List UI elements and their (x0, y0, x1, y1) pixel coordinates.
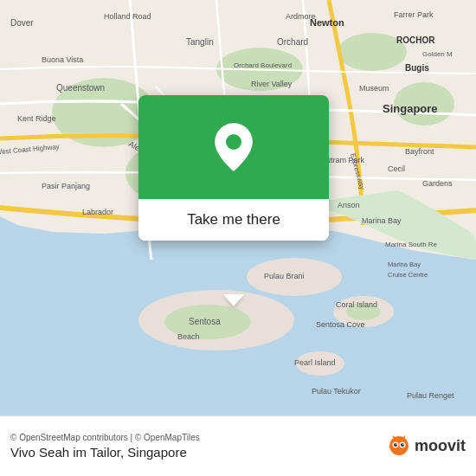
moovit-brand-text: moovit (415, 437, 466, 455)
svg-text:Buona Vista: Buona Vista (42, 55, 83, 64)
svg-text:Newton: Newton (310, 17, 344, 28)
svg-text:Holland Road: Holland Road (104, 12, 151, 21)
svg-point-58 (394, 443, 397, 447)
svg-text:Kent Ridge: Kent Ridge (17, 114, 56, 123)
svg-text:Golden M: Golden M (422, 50, 453, 58)
svg-text:ROCHOR: ROCHOR (396, 35, 435, 45)
svg-text:Bugis: Bugis (405, 63, 429, 73)
svg-text:Cruise Centre: Cruise Centre (388, 271, 428, 279)
moovit-logo: moovit (387, 434, 466, 459)
svg-text:Sentosa Cove: Sentosa Cove (316, 320, 365, 329)
svg-text:Beach: Beach (177, 332, 200, 341)
svg-text:Anson: Anson (338, 201, 360, 209)
svg-text:Pasir Panjang: Pasir Panjang (42, 182, 90, 190)
svg-text:Farrer Park: Farrer Park (394, 10, 434, 19)
svg-text:Dover: Dover (10, 18, 34, 28)
svg-text:Coral Island: Coral Island (336, 300, 377, 309)
svg-text:Tanglin: Tanglin (186, 37, 214, 47)
svg-text:Marina Bay: Marina Bay (362, 216, 402, 225)
svg-text:Orchard: Orchard (277, 37, 308, 47)
svg-text:Queenstown: Queenstown (56, 83, 105, 93)
popup-green-area (138, 95, 329, 199)
svg-text:Singapore: Singapore (383, 102, 438, 115)
svg-point-54 (226, 134, 241, 150)
svg-text:Museum: Museum (359, 84, 389, 93)
svg-text:Pulau Renget: Pulau Renget (407, 391, 454, 400)
bottom-bar: © OpenStreetMap contributors | © OpenMap… (0, 415, 476, 476)
take-me-there-button[interactable]: Take me there (138, 199, 329, 241)
svg-text:Pearl Island: Pearl Island (294, 358, 336, 367)
map-container[interactable]: Dover Holland Road Ardmore Newton Farrer… (0, 0, 476, 415)
svg-point-59 (401, 443, 404, 447)
svg-text:Marina South Re: Marina South Re (385, 241, 438, 248)
svg-point-61 (402, 443, 403, 444)
svg-point-55 (389, 436, 408, 455)
svg-text:Gardens: Gardens (422, 179, 453, 188)
popup-tail (223, 294, 244, 306)
svg-point-60 (396, 443, 396, 444)
svg-text:Labrador: Labrador (82, 208, 113, 216)
popup-card: Take me there (138, 95, 329, 241)
svg-text:Cecil: Cecil (388, 164, 405, 173)
svg-text:River Valley: River Valley (251, 80, 293, 88)
svg-text:Pulau Tekukor: Pulau Tekukor (312, 387, 361, 396)
svg-text:Pulau Brani: Pulau Brani (264, 272, 305, 280)
svg-text:Orchard Boulevard: Orchard Boulevard (234, 61, 292, 69)
svg-text:Bayfront: Bayfront (405, 147, 434, 156)
svg-text:Sentosa: Sentosa (189, 317, 221, 326)
svg-text:Marina Bay: Marina Bay (388, 261, 421, 268)
moovit-icon (387, 434, 411, 459)
location-pin-icon (211, 121, 256, 173)
